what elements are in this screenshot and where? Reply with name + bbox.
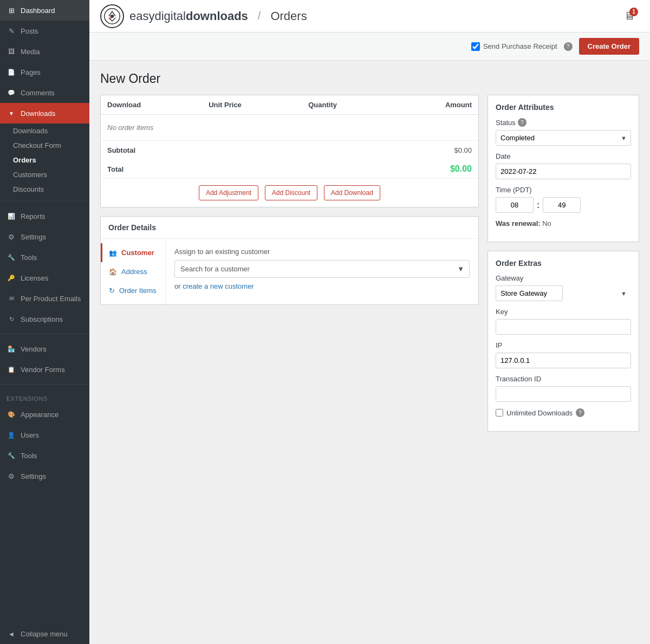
create-order-button[interactable]: Create Order	[579, 38, 639, 55]
collapse-menu-button[interactable]: Collapse menu	[0, 623, 89, 644]
total-row: Total $0.00	[101, 160, 478, 179]
collapse-label: Collapse menu	[21, 630, 68, 638]
status-select[interactable]: Completed Pending Processing Refunded Fa…	[496, 130, 631, 146]
sidebar-item-label: Vendors	[21, 345, 47, 353]
topbar: $ easydigitaldownloads / Orders 🖥 1	[89, 0, 650, 32]
time-separator: :	[537, 200, 540, 210]
time-field: Time (PDT) :	[496, 186, 631, 213]
sidebar-item-vendors[interactable]: 🏪 Vendors	[0, 339, 89, 359]
sidebar-item-downloads[interactable]: Downloads	[0, 103, 89, 123]
sidebar-item-tools[interactable]: Tools	[0, 247, 89, 268]
send-receipt-checkbox[interactable]	[471, 42, 480, 51]
sidebar-item-posts[interactable]: Posts	[0, 21, 89, 41]
subtotal-row: Subtotal $0.00	[101, 141, 478, 160]
time-hours-input[interactable]	[496, 197, 534, 213]
sidebar-item-label: Subscriptions	[21, 315, 63, 323]
sidebar-sub-orders[interactable]: Orders	[0, 153, 89, 167]
unlimited-downloads-label: Unlimited Downloads	[506, 409, 573, 417]
sidebar-item-label: Downloads	[21, 109, 55, 118]
sidebar-item-label: Appearance	[21, 411, 58, 419]
tools-icon	[6, 252, 16, 262]
sidebar-item-users[interactable]: Users	[0, 425, 89, 445]
sidebar-item-subscriptions[interactable]: ↻ Subscriptions	[0, 309, 89, 329]
status-help-icon[interactable]: ?	[518, 118, 526, 127]
order-extras-title: Order Extras	[496, 259, 631, 268]
downloads-icon	[6, 108, 16, 118]
brand-name: easydigitaldownloads	[129, 9, 248, 23]
sidebar-sub-discounts[interactable]: Discounts	[0, 182, 89, 197]
key-label: Key	[496, 308, 631, 316]
sidebar-item-media[interactable]: Media	[0, 41, 89, 62]
total-label: Total	[101, 160, 392, 179]
customer-select[interactable]: Search for a customer	[174, 260, 470, 278]
gateway-select-wrap: Store Gateway PayPal Stripe Manual ▼	[496, 285, 631, 301]
sidebar-item-tools-bottom[interactable]: Tools	[0, 445, 89, 466]
send-receipt-help-icon[interactable]: ?	[564, 42, 573, 51]
gateway-select[interactable]: Store Gateway PayPal Stripe Manual	[496, 285, 563, 301]
order-details-content: Assign to an existing customer Search fo…	[166, 239, 478, 304]
sidebar: Dashboard Posts Media Pages Comments Dow…	[0, 0, 89, 644]
sidebar-item-dashboard[interactable]: Dashboard	[0, 0, 89, 21]
tab-customer[interactable]: Customer	[101, 243, 165, 262]
reports-icon	[6, 211, 16, 221]
tab-order-items[interactable]: Order Items	[101, 281, 165, 300]
sidebar-item-settings-bottom[interactable]: Settings	[0, 466, 89, 486]
unlimited-downloads-checkbox[interactable]	[496, 409, 503, 417]
brand: $ easydigitaldownloads / Orders	[100, 4, 307, 28]
gateway-label: Gateway	[496, 274, 631, 282]
vendor-forms-icon: 📋	[6, 365, 16, 374]
key-field: Key	[496, 308, 631, 335]
sidebar-item-reports[interactable]: Reports	[0, 206, 89, 226]
send-receipt-text: Send Purchase Receipt	[483, 42, 557, 50]
sidebar-item-per-product-emails[interactable]: ✉ Per Product Emails	[0, 288, 89, 309]
sidebar-item-label: Media	[21, 48, 40, 56]
tab-address[interactable]: Address	[101, 262, 165, 281]
time-inputs: :	[496, 197, 631, 213]
sidebar-item-label: Vendor Forms	[21, 366, 65, 374]
sidebar-sub-customers[interactable]: Customers	[0, 167, 89, 182]
transaction-id-input[interactable]	[496, 386, 631, 402]
create-customer-link[interactable]: create a new customer	[183, 282, 254, 290]
sidebar-sub-checkout-form[interactable]: Checkout Form	[0, 138, 89, 153]
send-receipt-label[interactable]: Send Purchase Receipt	[471, 42, 557, 51]
order-attributes-title: Order Attributes	[496, 103, 631, 112]
emails-icon: ✉	[6, 294, 16, 303]
sidebar-item-label: Dashboard	[21, 6, 55, 15]
ip-input[interactable]	[496, 353, 631, 368]
main-layout: Download Unit Price Quantity Amount No o…	[89, 95, 650, 443]
customer-select-wrap: Search for a customer ▼	[174, 260, 470, 278]
date-input[interactable]	[496, 164, 631, 179]
extensions-label: Extensions	[0, 389, 89, 404]
sidebar-item-comments[interactable]: Comments	[0, 82, 89, 103]
key-input[interactable]	[496, 319, 631, 335]
sidebar-item-vendor-forms[interactable]: 📋 Vendor Forms	[0, 359, 89, 380]
main-left: Download Unit Price Quantity Amount No o…	[100, 95, 479, 432]
sidebar-item-label: Settings	[21, 472, 46, 480]
sidebar-item-licenses[interactable]: Licenses	[0, 268, 89, 288]
content-area: Send Purchase Receipt ? Create Order New…	[89, 32, 650, 644]
renewal-static: Was renewal: No	[496, 219, 551, 227]
order-table: Download Unit Price Quantity Amount No o…	[101, 95, 478, 207]
sidebar-item-appearance[interactable]: Appearance	[0, 404, 89, 425]
order-items-card: Download Unit Price Quantity Amount No o…	[100, 95, 479, 207]
col-download: Download	[101, 95, 202, 115]
add-download-button[interactable]: Add Download	[324, 185, 380, 200]
sidebar-item-pages[interactable]: Pages	[0, 62, 89, 82]
collapse-icon	[6, 629, 16, 639]
page-title: New Order	[100, 71, 639, 86]
date-field: Date	[496, 152, 631, 179]
sidebar-sub-downloads[interactable]: Downloads	[0, 123, 89, 138]
licenses-icon	[6, 273, 16, 283]
assign-label: Assign to an existing customer	[174, 248, 470, 256]
ip-label: IP	[496, 341, 631, 349]
unlimited-downloads-help-icon[interactable]: ?	[576, 408, 584, 417]
posts-icon	[6, 26, 16, 36]
order-details-tabs: Customer Address Order Items	[101, 239, 166, 304]
sidebar-item-settings[interactable]: Settings	[0, 226, 89, 247]
transaction-id-label: Transaction ID	[496, 375, 631, 383]
add-adjustment-button[interactable]: Add Adjustment	[199, 185, 258, 200]
add-discount-button[interactable]: Add Discount	[265, 185, 317, 200]
no-items-text: No order items	[101, 115, 478, 141]
notification-button[interactable]: 🖥 1	[620, 6, 639, 26]
time-minutes-input[interactable]	[543, 197, 581, 213]
